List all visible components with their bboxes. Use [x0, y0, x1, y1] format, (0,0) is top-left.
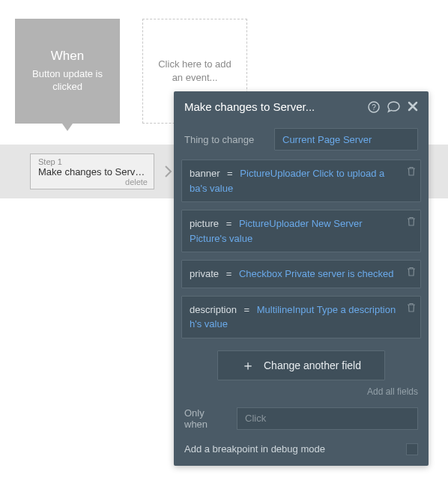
field-row-description[interactable]: description = MultilineInput Type a desc… [181, 296, 421, 338]
close-icon[interactable] [408, 101, 418, 113]
trash-icon[interactable] [407, 303, 416, 312]
chevron-right-icon [165, 165, 172, 177]
change-another-field-label: Change another field [264, 359, 361, 371]
thing-to-change-row: Thing to change Current Page Server [174, 122, 429, 157]
trigger-event-box[interactable]: When Button update is clicked [15, 19, 120, 124]
panel-header-icons: ? [368, 101, 418, 113]
help-icon[interactable]: ? [368, 101, 380, 113]
debug-breakpoint-checkbox[interactable] [406, 443, 418, 455]
only-when-label: Only when [184, 407, 228, 430]
thing-to-change-value[interactable]: Current Page Server [274, 128, 418, 151]
plus-icon: ＋ [241, 359, 255, 372]
change-another-field-button[interactable]: ＋ Change another field [217, 350, 385, 380]
field-value: PictureUploader Click to upload a ba's v… [190, 168, 384, 194]
panel-header: Make changes to Server... ? [174, 91, 429, 122]
trash-icon[interactable] [407, 166, 416, 176]
field-eq: = [226, 268, 232, 279]
debug-breakpoint-row: Add a breakpoint in debug mode [174, 436, 429, 455]
action-property-panel: Make changes to Server... ? Thing to cha… [174, 91, 429, 466]
step-card-1[interactable]: Step 1 Make changes to Server... delete [30, 154, 154, 189]
add-all-fields-link[interactable]: Add all fields [174, 383, 429, 401]
trash-icon[interactable] [407, 267, 416, 276]
field-eq: = [226, 218, 232, 229]
step-delete-link[interactable]: delete [125, 177, 148, 186]
thing-to-change-label: Thing to change [184, 134, 267, 145]
field-name: description [190, 304, 237, 315]
field-eq: = [227, 168, 233, 179]
thing-to-change-text: Current Page Server [282, 134, 372, 145]
step-number: Step 1 [38, 157, 148, 166]
field-assignments: banner = PictureUploader Click to upload… [174, 159, 429, 338]
trigger-event-pointer [62, 124, 73, 131]
field-value: Checkbox Private server is checked [239, 268, 394, 279]
add-all-fields-text: Add all fields [367, 386, 418, 397]
field-row-private[interactable]: private = Checkbox Private server is che… [181, 260, 421, 288]
field-eq: = [244, 304, 250, 315]
field-name: picture [190, 218, 219, 229]
trigger-event-title: When [51, 49, 84, 64]
svg-text:?: ? [372, 103, 376, 112]
field-name: banner [190, 168, 220, 179]
debug-breakpoint-label: Add a breakpoint in debug mode [184, 443, 325, 455]
comment-icon[interactable] [387, 101, 400, 113]
field-row-banner[interactable]: banner = PictureUploader Click to upload… [181, 159, 421, 202]
add-event-text: Click here to add an event... [152, 58, 237, 84]
panel-title: Make changes to Server... [184, 100, 315, 113]
step-title: Make changes to Server... [38, 166, 148, 177]
trigger-event-subtitle: Button update is clicked [22, 68, 112, 94]
field-row-picture[interactable]: picture = PictureUploader New Server Pic… [181, 210, 421, 252]
only-when-row: Only when [174, 401, 429, 436]
field-name: private [190, 268, 219, 279]
only-when-input[interactable] [237, 407, 418, 430]
trash-icon[interactable] [407, 216, 416, 226]
